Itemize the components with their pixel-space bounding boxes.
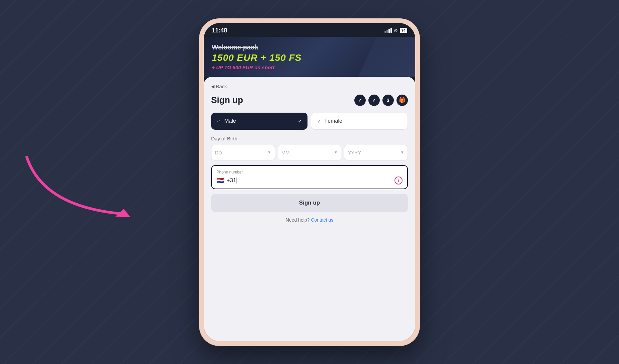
male-icon: ♂	[216, 118, 221, 125]
female-label: Female	[325, 118, 342, 124]
month-chevron-icon: ▼	[334, 150, 338, 155]
svg-marker-0	[115, 209, 130, 217]
text-cursor	[237, 177, 237, 184]
phone-screen: 11:48 ⊛ 74 Welcome pack 1500 EUR + 150 F…	[204, 23, 415, 341]
status-time: 11:48	[212, 27, 227, 34]
phone-notch	[284, 23, 335, 34]
sport-prefix: + UP TO	[212, 65, 231, 70]
female-icon: ♀	[317, 118, 321, 125]
bonus-amount: 1500 EUR + 150 FS	[212, 52, 407, 63]
contact-link[interactable]: Contact us	[311, 217, 333, 223]
main-content: ◀ Back Sign up 3 🎁 ♂	[204, 77, 415, 341]
female-button[interactable]: ♀ Female	[311, 113, 408, 130]
hero-banner: Welcome pack 1500 EUR + 150 FS + UP TO 5…	[204, 37, 415, 77]
month-select[interactable]: MM ▼	[278, 145, 342, 160]
sport-bonus: + UP TO 500 EUR on sport	[212, 65, 407, 70]
step-2-indicator	[368, 95, 380, 106]
help-text: Need help? Contact us	[211, 217, 408, 223]
signal-icon	[384, 28, 392, 33]
male-button[interactable]: ♂ Male ✓	[211, 113, 307, 130]
country-flag-icon: 🇳🇱	[216, 177, 224, 184]
phone-field[interactable]: Phone number 🇳🇱 +31 i	[211, 165, 408, 189]
back-label: Back	[216, 84, 227, 89]
arrow-decoration	[17, 147, 157, 231]
month-placeholder: MM	[281, 150, 290, 155]
day-placeholder: DD	[215, 150, 222, 155]
signup-button[interactable]: Sign up	[211, 194, 408, 212]
phone-frame: 11:48 ⊛ 74 Welcome pack 1500 EUR + 150 F…	[199, 18, 420, 346]
day-chevron-icon: ▼	[267, 150, 271, 155]
year-placeholder: YYYY	[348, 150, 361, 155]
step-1-indicator	[354, 95, 366, 106]
battery-icon: 74	[400, 28, 407, 33]
step-indicators: 3 🎁	[354, 95, 408, 106]
status-icons: ⊛ 74	[384, 28, 407, 33]
male-label: Male	[225, 118, 236, 124]
phone-label: Phone number	[216, 170, 403, 174]
phone-value: +31	[227, 177, 392, 184]
sport-amount: 500 EUR	[233, 65, 253, 70]
dob-label: Day of Birth	[211, 136, 408, 141]
day-select[interactable]: DD ▼	[211, 145, 275, 160]
male-check-icon: ✓	[298, 118, 302, 124]
step-3-indicator: 3	[382, 95, 394, 106]
back-chevron-icon: ◀	[211, 84, 214, 89]
year-chevron-icon: ▼	[400, 150, 404, 155]
year-select[interactable]: YYYY ▼	[344, 145, 408, 160]
need-help-text: Need help?	[286, 217, 310, 223]
info-icon[interactable]: i	[394, 176, 403, 185]
gender-selector: ♂ Male ✓ ♀ Female	[211, 113, 408, 130]
back-button[interactable]: ◀ Back	[211, 84, 408, 89]
gift-icon: 🎁	[396, 95, 408, 106]
signup-title: Sign up	[211, 95, 243, 105]
sport-suffix: on sport	[254, 65, 274, 70]
welcome-label: Welcome pack	[212, 43, 407, 51]
wifi-icon: ⊛	[394, 28, 398, 33]
signup-header: Sign up 3 🎁	[211, 95, 408, 106]
dob-row: DD ▼ MM ▼ YYYY ▼	[211, 145, 408, 160]
